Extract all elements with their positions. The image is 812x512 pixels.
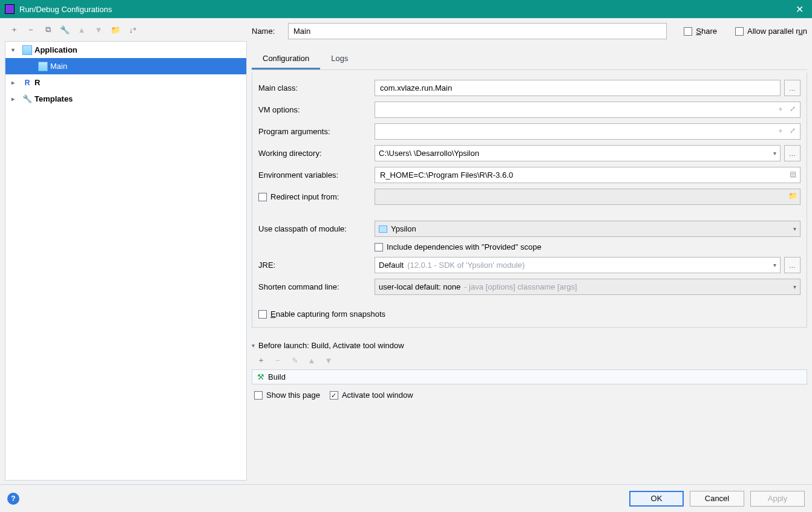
before-launch-toggle[interactable]: ▾ Before launch: Build, Activate tool wi… <box>252 341 807 350</box>
move-up-button[interactable]: ▲ <box>75 23 88 36</box>
checkbox-icon <box>258 310 267 319</box>
redirect-input-field <box>375 189 801 205</box>
application-icon <box>22 45 32 55</box>
shorten-label: Shorten command line: <box>258 282 371 291</box>
tree-label: R <box>34 78 40 87</box>
tree-label: Templates <box>34 94 73 103</box>
chevron-down-icon: ▾ <box>793 225 796 232</box>
name-input[interactable] <box>288 23 667 39</box>
tree-label: Main <box>50 62 67 71</box>
checkbox-icon <box>254 391 263 400</box>
module-select[interactable]: Ypsilon ▾ <box>375 221 801 237</box>
chevron-down-icon: ▾ <box>773 262 776 268</box>
config-tree: ▾ Application Main ▸ R R ▸ 🔧 Templates <box>5 41 247 481</box>
main-class-label: Main class: <box>258 83 371 92</box>
right-panel: Name: Share Allow parallel run Configura… <box>252 22 807 481</box>
vm-options-input[interactable] <box>375 102 801 118</box>
browse-working-dir-button[interactable]: … <box>784 145 801 161</box>
program-args-input[interactable] <box>375 123 801 140</box>
expand-icon[interactable]: ⤢ <box>787 125 798 136</box>
bl-up-button[interactable]: ▲ <box>305 354 318 367</box>
chevron-right-icon: ▸ <box>11 96 20 102</box>
config-toolbar: ＋ − ⧉ 🔧 ▲ ▼ 📁 ↓ᵃ <box>5 22 247 41</box>
tree-item-main[interactable]: Main <box>5 58 246 74</box>
move-down-button[interactable]: ▼ <box>92 23 105 36</box>
before-launch-section: ▾ Before launch: Build, Activate tool wi… <box>252 341 807 400</box>
show-page-label: Show this page <box>266 390 320 400</box>
module-icon <box>379 225 387 233</box>
checkbox-icon <box>258 193 267 201</box>
window-title: Run/Debug Configurations <box>19 5 112 14</box>
close-icon[interactable]: ✕ <box>792 4 807 15</box>
tabs: Configuration Logs <box>252 49 807 70</box>
tree-item-templates[interactable]: ▸ 🔧 Templates <box>5 91 246 107</box>
settings-button[interactable]: 🔧 <box>58 23 71 36</box>
before-launch-title: Before launch: Build, Activate tool wind… <box>258 341 404 350</box>
browse-file-icon: 📁 <box>787 190 798 201</box>
chevron-down-icon: ▾ <box>11 47 20 53</box>
shorten-select[interactable]: user-local default: none - java [options… <box>375 279 801 295</box>
ok-button[interactable]: OK <box>629 491 684 507</box>
checkbox-icon <box>684 27 692 36</box>
env-vars-label: Environment variables: <box>258 170 371 180</box>
edit-env-icon[interactable]: ▤ <box>787 169 798 180</box>
include-provided-checkbox[interactable]: Include dependencies with "Provided" sco… <box>375 242 801 251</box>
show-page-checkbox[interactable]: Show this page <box>254 390 320 400</box>
chevron-right-icon: ▸ <box>11 79 20 86</box>
chevron-down-icon: ▾ <box>773 150 776 157</box>
shorten-value: user-local default: none <box>379 282 460 291</box>
share-checkbox[interactable]: Share <box>684 27 717 36</box>
snapshots-checkbox[interactable]: Enable capturing form snapshots <box>258 309 801 319</box>
application-icon <box>38 62 48 71</box>
browse-jre-button[interactable]: … <box>784 257 801 273</box>
redirect-label: Redirect input from: <box>270 192 339 201</box>
main-class-input[interactable] <box>375 80 781 96</box>
redirect-input-checkbox[interactable]: Redirect input from: <box>258 192 371 201</box>
bl-down-button[interactable]: ▼ <box>322 354 335 367</box>
app-icon <box>5 4 15 14</box>
apply-button[interactable]: Apply <box>750 491 805 507</box>
jre-select[interactable]: Default (12.0.1 - SDK of 'Ypsilon' modul… <box>375 257 781 273</box>
tree-item-r[interactable]: ▸ R R <box>5 74 246 91</box>
cancel-button[interactable]: Cancel <box>690 491 744 507</box>
wrench-icon: 🔧 <box>22 94 32 104</box>
insert-macro-icon[interactable]: ＋ <box>775 125 786 136</box>
dialog-footer: ? OK Cancel Apply <box>0 484 812 512</box>
tree-item-application[interactable]: ▾ Application <box>5 42 246 58</box>
module-value: Ypsilon <box>391 224 416 233</box>
working-dir-label: Working directory: <box>258 149 371 158</box>
add-button[interactable]: ＋ <box>7 23 21 36</box>
title-bar: Run/Debug Configurations ✕ <box>0 0 812 18</box>
left-panel: ＋ − ⧉ 🔧 ▲ ▼ 📁 ↓ᵃ ▾ Application Main ▸ R … <box>5 22 247 481</box>
browse-main-class-button[interactable]: … <box>784 80 801 96</box>
bl-item-label: Build <box>268 372 286 381</box>
insert-macro-icon[interactable]: ＋ <box>775 103 786 114</box>
folder-button[interactable]: 📁 <box>109 23 122 36</box>
bl-add-button[interactable]: ＋ <box>254 354 267 367</box>
jre-label: JRE: <box>258 261 371 270</box>
working-dir-combo[interactable]: C:\Users\ \Desarrollo\Ypsilon ▾ <box>375 145 781 161</box>
bl-remove-button[interactable]: − <box>271 354 284 367</box>
activate-tool-checkbox[interactable]: Activate tool window <box>330 390 413 400</box>
copy-button[interactable]: ⧉ <box>41 23 54 36</box>
include-provided-label: Include dependencies with "Provided" sco… <box>387 242 542 251</box>
jre-value: Default <box>379 261 404 270</box>
tab-configuration[interactable]: Configuration <box>252 49 320 70</box>
remove-button[interactable]: − <box>24 23 38 36</box>
r-icon: R <box>22 78 32 88</box>
expand-icon[interactable]: ⤢ <box>787 103 798 114</box>
allow-parallel-checkbox[interactable]: Allow parallel run <box>735 27 807 36</box>
checkbox-icon <box>375 243 383 251</box>
before-launch-item-build[interactable]: ⚒ Build <box>252 369 807 384</box>
bl-edit-button[interactable]: ✎ <box>288 354 301 367</box>
working-dir-value: C:\Users\ \Desarrollo\Ypsilon <box>379 149 479 158</box>
activate-label: Activate tool window <box>342 390 413 400</box>
chevron-down-icon: ▾ <box>252 342 255 349</box>
program-args-label: Program arguments: <box>258 127 371 136</box>
env-vars-input[interactable] <box>375 167 801 183</box>
help-icon[interactable]: ? <box>7 493 19 505</box>
module-label: Use classpath of module: <box>258 224 371 233</box>
sort-button[interactable]: ↓ᵃ <box>126 23 139 36</box>
tab-logs[interactable]: Logs <box>320 49 359 70</box>
shorten-hint: - java [options] classname [args] <box>464 282 577 291</box>
